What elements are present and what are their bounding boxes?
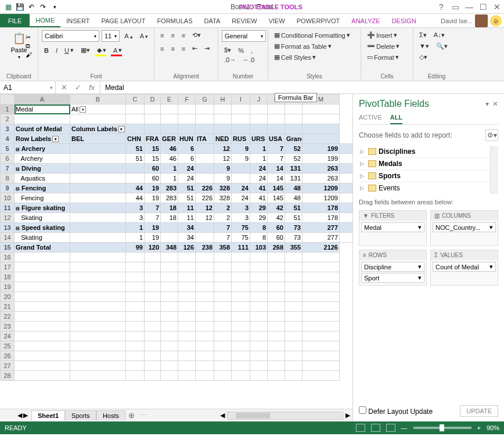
cell-styles-button[interactable]: ▦ Cell Styles▾ bbox=[272, 52, 357, 62]
save-icon[interactable]: 💾 bbox=[15, 2, 24, 12]
tab-review[interactable]: REVIEW bbox=[226, 14, 262, 27]
col-header[interactable]: I bbox=[232, 95, 250, 104]
sheet-grid[interactable]: A B C D E F G H I J K L M 1MedalAll▾ 2 3… bbox=[0, 94, 352, 381]
format-as-table-button[interactable]: ▦ Format as Table▾ bbox=[272, 41, 357, 51]
tab-file[interactable]: FILE bbox=[0, 14, 30, 27]
tab-design[interactable]: DESIGN bbox=[386, 14, 422, 27]
values-area[interactable]: ΣVALUES Count of Medal▾ bbox=[430, 250, 498, 286]
field-list-scrollbar[interactable] bbox=[490, 146, 498, 194]
col-header[interactable]: H bbox=[214, 95, 232, 104]
tab-page-layout[interactable]: PAGE LAYOUT bbox=[95, 14, 151, 27]
redo-icon[interactable]: ↷ bbox=[38, 2, 48, 12]
defer-checkbox[interactable]: Defer Layout Update bbox=[359, 406, 433, 416]
fill-icon[interactable]: ▼▾ bbox=[417, 41, 431, 51]
column-pill[interactable]: NOC_Country...▾ bbox=[433, 222, 496, 232]
zoom-level[interactable]: 90% bbox=[487, 424, 499, 431]
value-pill[interactable]: Count of Medal▾ bbox=[433, 262, 496, 272]
border-button[interactable]: ▦▾ bbox=[78, 45, 92, 55]
columns-area[interactable]: ▥COLUMNS NOC_Country...▾ bbox=[430, 210, 498, 246]
currency-icon[interactable]: $▾ bbox=[222, 45, 233, 55]
tab-powerpivot[interactable]: POWERPIVOT bbox=[291, 14, 346, 27]
tools-icon[interactable]: ⚙▾ bbox=[485, 129, 498, 141]
scroll-right-icon[interactable]: ▶ bbox=[343, 412, 352, 419]
pane-close-icon[interactable]: ✕ bbox=[492, 100, 498, 108]
pane-tab-all[interactable]: ALL bbox=[390, 114, 402, 124]
sheet-tab-1[interactable]: Sheet1 bbox=[31, 410, 65, 420]
conditional-formatting-button[interactable]: ▦ Conditional Formatting▾ bbox=[272, 30, 357, 40]
align-bottom-icon[interactable]: ≡ bbox=[179, 31, 188, 40]
help-icon[interactable]: ? bbox=[434, 1, 448, 13]
view-page-break-icon[interactable] bbox=[386, 424, 395, 432]
enter-formula-icon[interactable]: ✓ bbox=[71, 83, 85, 92]
align-left-icon[interactable]: ≡ bbox=[158, 44, 166, 53]
cut-icon[interactable]: ✂ bbox=[26, 34, 32, 41]
autosum-icon[interactable]: Σ▾ bbox=[417, 30, 429, 40]
maximize-icon[interactable]: ☐ bbox=[476, 1, 490, 13]
tab-formulas[interactable]: FORMULAS bbox=[151, 14, 198, 27]
font-size-combo[interactable]: 11▾ bbox=[102, 30, 120, 42]
filter-icon[interactable]: ▾ bbox=[80, 106, 86, 113]
pane-options-icon[interactable]: ▾ bbox=[485, 100, 489, 108]
increase-decimal-icon[interactable]: .0→ bbox=[222, 55, 238, 64]
feedback-icon[interactable]: ☺ bbox=[490, 15, 502, 27]
insert-cells-button[interactable]: ➕ Insert▾ bbox=[365, 30, 409, 40]
align-right-icon[interactable]: ≡ bbox=[179, 44, 188, 53]
user-name[interactable]: David Ise... bbox=[441, 17, 473, 24]
minimize-icon[interactable]: — bbox=[462, 1, 476, 13]
qat-customize-icon[interactable]: ▾ bbox=[50, 2, 59, 12]
format-painter-icon[interactable]: 🖌 bbox=[26, 51, 32, 58]
bold-button[interactable]: B bbox=[42, 46, 51, 55]
col-header[interactable]: A bbox=[15, 95, 70, 104]
col-header[interactable]: F bbox=[178, 95, 196, 104]
close-icon[interactable]: ✕ bbox=[490, 1, 504, 13]
ribbon-display-icon[interactable]: ▭ bbox=[448, 1, 462, 13]
tab-view[interactable]: VIEW bbox=[263, 14, 291, 27]
view-page-layout-icon[interactable] bbox=[371, 424, 380, 432]
delete-cells-button[interactable]: ➖ Delete▾ bbox=[365, 41, 409, 51]
zoom-out-icon[interactable]: — bbox=[401, 424, 408, 431]
orientation-icon[interactable]: ⟲▾ bbox=[190, 30, 203, 40]
update-button[interactable]: UPDATE bbox=[460, 405, 498, 417]
filter-pill[interactable]: Medal▾ bbox=[361, 222, 424, 232]
new-sheet-icon[interactable]: ⊕ bbox=[125, 411, 137, 420]
zoom-slider[interactable] bbox=[413, 427, 471, 429]
scroll-left-icon[interactable]: ◀ bbox=[218, 412, 227, 419]
tab-insert[interactable]: INSERT bbox=[60, 14, 95, 27]
italic-button[interactable]: I bbox=[53, 46, 60, 55]
tab-home[interactable]: HOME bbox=[30, 14, 60, 27]
number-format-combo[interactable]: General▾ bbox=[222, 30, 266, 42]
align-middle-icon[interactable]: ≡ bbox=[168, 31, 177, 40]
view-normal-icon[interactable] bbox=[356, 424, 365, 432]
col-header[interactable]: C bbox=[126, 95, 145, 104]
decrease-decimal-icon[interactable]: ←.0 bbox=[240, 55, 257, 64]
sheet-nav-prev-icon[interactable]: ◀ bbox=[17, 412, 22, 419]
sort-filter-icon[interactable]: A↓▾ bbox=[431, 30, 447, 40]
field-list[interactable]: ▷Disciplines ▷Medals ▷Sports ▷Events bbox=[359, 146, 498, 194]
sheet-tab-2[interactable]: Sports bbox=[65, 410, 96, 420]
row-pill[interactable]: Discipline▾ bbox=[361, 262, 424, 272]
decrease-font-icon[interactable]: A▾ bbox=[138, 31, 150, 41]
increase-font-icon[interactable]: A▴ bbox=[122, 31, 135, 41]
field-events[interactable]: ▷Events bbox=[359, 182, 498, 194]
find-icon[interactable]: 🔍▾ bbox=[434, 41, 450, 51]
format-cells-button[interactable]: ▭ Format▾ bbox=[365, 52, 409, 62]
col-header[interactable]: D bbox=[145, 95, 161, 104]
fill-color-button[interactable]: ◆▾ bbox=[95, 45, 109, 55]
comma-icon[interactable]: , bbox=[249, 46, 255, 55]
col-header[interactable]: G bbox=[196, 95, 214, 104]
pane-tab-active[interactable]: ACTIVE bbox=[359, 114, 382, 124]
tab-data[interactable]: DATA bbox=[199, 14, 226, 27]
font-color-button[interactable]: A▾ bbox=[111, 45, 124, 55]
filters-area[interactable]: ▼FILTERS Medal▾ bbox=[359, 210, 427, 246]
horizontal-scrollbar[interactable] bbox=[227, 412, 343, 420]
undo-icon[interactable]: ↶ bbox=[27, 2, 36, 12]
percent-icon[interactable]: % bbox=[236, 46, 246, 55]
col-header[interactable]: B bbox=[70, 95, 126, 104]
field-disciplines[interactable]: ▷Disciplines bbox=[359, 146, 498, 158]
align-top-icon[interactable]: ≡ bbox=[158, 31, 166, 40]
zoom-in-icon[interactable]: + bbox=[477, 424, 481, 431]
field-sports[interactable]: ▷Sports bbox=[359, 170, 498, 182]
tab-analyze[interactable]: ANALYZE bbox=[345, 14, 386, 27]
formula-bar-input[interactable]: Medal Formula Bar bbox=[100, 81, 504, 93]
rows-area[interactable]: ≡ROWS Discipline▾ Sport▾ bbox=[359, 250, 427, 286]
